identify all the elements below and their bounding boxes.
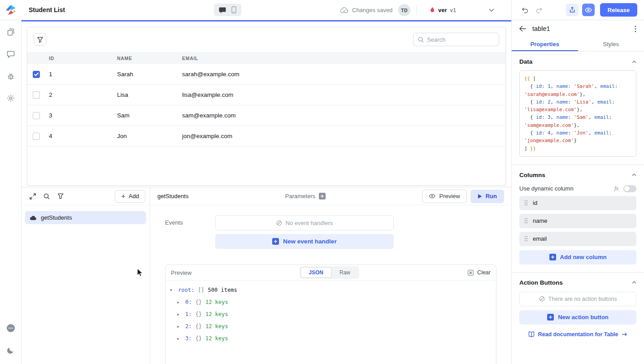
version-selector[interactable]: ver v1 xyxy=(430,0,456,20)
cell-name: Sam xyxy=(117,112,182,119)
expand-arrow-icon[interactable]: ▶ xyxy=(177,337,182,341)
no-event-handlers-label: No event handlers xyxy=(286,220,333,226)
preview-query-button[interactable]: Preview xyxy=(422,190,466,203)
table-widget[interactable]: ID NAME EMAIL 1 Sarah sarah@example.com … xyxy=(27,27,506,186)
column-item-label: email xyxy=(533,235,547,242)
table-search-input[interactable] xyxy=(427,36,494,43)
clear-button[interactable]: Clear xyxy=(467,269,491,276)
sidebar-item-help-chat[interactable] xyxy=(4,321,17,335)
json-tree-row[interactable]: ▶ 0: {} 12 keys xyxy=(177,299,492,305)
redo-button[interactable] xyxy=(533,4,545,16)
collapse-arrow-icon[interactable]: ▼ xyxy=(170,288,174,292)
read-docs-label: Read documentation for Table xyxy=(538,331,618,338)
version-dropdown-chevron-icon[interactable] xyxy=(489,9,494,12)
new-action-button[interactable]: New action button xyxy=(519,310,636,325)
row-checkbox[interactable] xyxy=(33,71,40,78)
parameters-control: Parameters xyxy=(285,193,326,199)
back-arrow-icon xyxy=(519,26,527,32)
row-checkbox[interactable] xyxy=(33,91,40,99)
column-item[interactable]: email xyxy=(519,232,636,246)
preview-app-button[interactable] xyxy=(582,4,595,16)
dynamic-column-toggle[interactable] xyxy=(623,185,636,192)
column-header-id[interactable]: ID xyxy=(49,56,117,61)
app-logo[interactable] xyxy=(0,0,22,20)
topbar-divider xyxy=(416,5,417,15)
preview-tab-raw[interactable]: Raw xyxy=(331,267,358,278)
eye-icon xyxy=(585,8,592,13)
json-tree-row[interactable]: ▶ 1: {} 12 keys xyxy=(177,311,492,317)
json-tree-row[interactable]: ▶ 2: {} 12 keys xyxy=(177,323,492,329)
expand-arrow-icon[interactable]: ▶ xyxy=(177,300,182,304)
columns-section: Columns Use dynamic column fx id name em… xyxy=(512,165,644,272)
column-item[interactable]: id xyxy=(519,196,636,210)
column-item[interactable]: name xyxy=(519,214,636,228)
row-checkbox[interactable] xyxy=(33,133,40,140)
collapse-section-icon[interactable] xyxy=(632,61,636,63)
add-parameter-button[interactable] xyxy=(319,193,326,199)
preview-panel-title: Preview xyxy=(171,269,191,276)
json-root-row[interactable]: ▼ root: [] 500 items xyxy=(170,287,492,293)
run-query-button[interactable]: Run xyxy=(470,190,504,203)
new-event-handler-label: New event handler xyxy=(283,238,336,245)
cell-email: sam@example.com xyxy=(182,112,505,119)
sidebar-item-comments[interactable] xyxy=(4,48,17,61)
canvas-mode-toggle[interactable] xyxy=(214,4,241,16)
expand-arrow-icon[interactable]: ▶ xyxy=(177,325,182,329)
json-tree-row[interactable]: ▶ 3: {} 12 keys xyxy=(177,335,492,342)
new-event-handler-button[interactable]: New event handler xyxy=(215,234,394,249)
read-docs-link[interactable]: Read documentation for Table xyxy=(519,331,636,338)
row-checkbox[interactable] xyxy=(33,112,40,119)
collapse-section-icon[interactable] xyxy=(632,281,636,284)
cell-id: 3 xyxy=(49,112,117,119)
widget-name[interactable]: table1 xyxy=(532,25,550,32)
version-value: v1 xyxy=(450,7,457,13)
query-editor: getStudents Parameters Preview Run Event… xyxy=(150,187,511,364)
action-buttons-title: Action Buttons xyxy=(519,279,563,286)
comments-toggle-icon[interactable] xyxy=(219,7,226,13)
preview-query-label: Preview xyxy=(439,193,460,199)
data-code-editor[interactable]: {{ [ { id: 1, name: 'Sarah', email:'sara… xyxy=(519,70,636,157)
query-filter-icon[interactable] xyxy=(57,193,64,199)
query-title[interactable]: getStudents xyxy=(157,193,188,199)
add-query-button[interactable]: Add xyxy=(115,190,145,203)
column-header-name[interactable]: NAME xyxy=(117,56,182,61)
add-new-column-button[interactable]: Add new column xyxy=(519,250,636,264)
table-row[interactable]: 3 Sam sam@example.com xyxy=(27,105,505,126)
sidebar-item-pages[interactable] xyxy=(4,26,17,39)
app-canvas[interactable]: ID NAME EMAIL 1 Sarah sarah@example.com … xyxy=(22,20,511,187)
collapse-section-icon[interactable] xyxy=(632,173,636,176)
table-row[interactable]: 1 Sarah sarah@example.com xyxy=(27,64,505,85)
kebab-icon xyxy=(635,26,636,32)
json-tree-items: ▶ 0: {} 12 keys ▶ 1: {} 12 keys ▶ 2: {} … xyxy=(170,299,492,342)
column-item-label: name xyxy=(533,217,548,224)
table-search[interactable] xyxy=(413,33,499,46)
sidebar-item-settings[interactable] xyxy=(4,91,17,105)
sidebar-item-theme-toggle[interactable] xyxy=(4,343,17,357)
preview-tab-json[interactable]: JSON xyxy=(300,267,331,278)
table-row[interactable]: 4 Jon jon@example.com xyxy=(27,126,505,147)
tab-styles[interactable]: Styles xyxy=(578,37,644,51)
column-header-email[interactable]: EMAIL xyxy=(182,56,505,61)
share-button[interactable] xyxy=(566,4,579,16)
query-search-icon[interactable] xyxy=(44,193,50,199)
sidebar-item-debugger[interactable] xyxy=(4,69,17,83)
undo-button[interactable] xyxy=(518,4,531,16)
fx-icon[interactable]: fx xyxy=(614,185,618,192)
data-section-title: Data xyxy=(519,58,532,65)
mobile-toggle-icon[interactable] xyxy=(231,6,236,13)
redo-icon xyxy=(535,7,543,13)
share-icon xyxy=(569,7,575,13)
table-filter-button[interactable] xyxy=(34,33,46,46)
expand-arrow-icon[interactable]: ▶ xyxy=(177,312,182,316)
tab-properties[interactable]: Properties xyxy=(512,37,578,51)
search-icon xyxy=(418,37,424,43)
query-list-item[interactable]: getStudents xyxy=(25,211,146,224)
back-button[interactable] xyxy=(519,26,527,32)
release-button[interactable]: Release xyxy=(600,3,637,17)
no-action-buttons-box: There are no action buttons xyxy=(519,292,636,306)
more-options-button[interactable] xyxy=(635,26,636,32)
query-panel-expand-icon[interactable] xyxy=(30,193,36,199)
user-avatar[interactable]: TD xyxy=(398,4,410,16)
table-row[interactable]: 2 Lisa lisa@example.com xyxy=(27,85,505,105)
eye-icon xyxy=(429,194,435,199)
